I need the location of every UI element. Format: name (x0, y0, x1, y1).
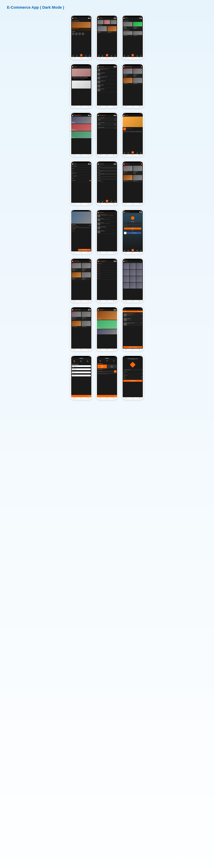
product-image[interactable] (71, 212, 91, 224)
bell-icon[interactable] (140, 212, 141, 213)
nav-user-icon[interactable] (137, 153, 138, 154)
nav-fav-icon[interactable] (102, 55, 103, 56)
product-card[interactable]: Sport Ware Fashion (82, 321, 91, 328)
notification-item[interactable]: Elephant TeeLorem ipsum dolor sit amet c… (97, 218, 117, 222)
nav-fav-icon[interactable] (76, 55, 77, 56)
product-card[interactable]: Casual Work DressTrouser0.0 ( 0 Reviews … (82, 312, 91, 320)
gallery-item[interactable] (136, 276, 142, 282)
last-name-input[interactable]: Enter Last Name (72, 368, 91, 370)
product-card[interactable]: Tassel tie paisley print... (72, 321, 81, 328)
setting-logout[interactable]: Logout (71, 170, 91, 172)
bag-icon[interactable] (115, 163, 116, 164)
back-icon[interactable] (98, 66, 99, 67)
category-card[interactable]: Casual Fashion (133, 31, 143, 36)
category-item[interactable] (75, 32, 78, 35)
phone-input[interactable]: Enter Phone (72, 375, 91, 376)
setting-profile[interactable]: Edit Profile (71, 167, 91, 170)
category-item[interactable] (72, 32, 74, 35)
add-to-basket-button[interactable]: ADD TO BASKET (78, 249, 91, 251)
language-option[interactable]: de_de (97, 272, 117, 275)
history-item[interactable]: Tassel tie paisley print dress6 days ago (97, 76, 117, 80)
nav-fav-icon[interactable] (128, 250, 129, 251)
bag-icon[interactable] (115, 115, 116, 116)
history-item[interactable]: Sport Ware Fashion5 days ago (97, 80, 117, 84)
cart-icon[interactable]: 🛒 (136, 75, 137, 76)
bell-icon[interactable] (88, 18, 89, 19)
notification-item[interactable]: Men FashionLorem ipsum dolor sit amet co… (97, 222, 117, 226)
cart-item[interactable]: Backpack bear long Tee$96 x 1🗑 (123, 322, 142, 326)
cart-icon[interactable]: 🛒 (126, 75, 127, 76)
transaction-card[interactable]: ⊙ Transaction No : 201957>Status -Pendin… (97, 122, 117, 126)
language-option[interactable]: fr_fr (97, 270, 117, 272)
star-icon[interactable]: ★ (97, 181, 98, 182)
bag-icon[interactable] (90, 115, 91, 116)
gallery-item[interactable] (123, 276, 129, 282)
cart-item[interactable]: Elephant Tee$96 x 1Size - Small🗑 (123, 317, 142, 321)
print-icon[interactable]: 🖶 (141, 370, 142, 370)
shipping-standard[interactable]: $ 9Standard5-8 Days (107, 365, 117, 368)
cart-icon[interactable] (141, 163, 142, 164)
facebook-button[interactable]: Log in with Facebook (127, 232, 142, 234)
history-item[interactable]: Casual Work Dress6 days ago (97, 72, 117, 76)
category-tile[interactable]: 233 productsPreppy Fashion (71, 117, 91, 124)
lowest-price-input[interactable] (97, 176, 117, 177)
nav-user-icon[interactable] (85, 55, 86, 56)
bag-icon[interactable] (141, 212, 142, 213)
menu-icon[interactable] (123, 18, 124, 19)
transaction-card[interactable]: ⊙ Transaction No : 201957>Status -Pendin… (97, 117, 117, 121)
star-icon[interactable]: ★ (101, 181, 102, 182)
language-option[interactable]: english_en (97, 262, 117, 265)
nav-cart-icon[interactable] (140, 55, 142, 56)
checkout-button[interactable]: PROCEED TO CHECKOUT (123, 346, 142, 348)
back-icon[interactable] (72, 66, 73, 67)
gallery-item[interactable] (136, 263, 142, 269)
bell-icon[interactable] (88, 309, 89, 310)
nav-home-icon[interactable] (124, 153, 125, 154)
email-input[interactable]: ✉Email (124, 222, 142, 224)
nav-fav-icon[interactable] (128, 153, 129, 154)
back-icon[interactable] (98, 212, 99, 213)
nav-cart-icon[interactable] (115, 201, 116, 202)
toggle-switch[interactable] (89, 180, 91, 181)
collection-tile[interactable]: Women Fashion (97, 311, 117, 320)
product-card[interactable] (97, 20, 103, 24)
menu-icon[interactable] (72, 18, 73, 19)
bell-icon[interactable] (114, 309, 115, 310)
password-input[interactable]: 🔒Password (124, 225, 142, 226)
coupon-input[interactable]: Enter Coupon Code (97, 371, 114, 372)
product-card[interactable]: Tassel tie paisley...★★★★★ (108, 26, 117, 33)
product-card[interactable]: Tassel tie paisley...$240 (123, 175, 132, 182)
product-card[interactable] (104, 20, 110, 24)
nav-home-icon[interactable] (72, 55, 74, 56)
nav-cart-icon[interactable] (140, 250, 142, 251)
product-card[interactable]: Tassel tie paisley... (123, 78, 132, 84)
close-icon[interactable]: ✕ (98, 358, 98, 359)
bell-icon[interactable] (114, 115, 115, 116)
nav-home-icon[interactable] (98, 201, 99, 202)
bell-icon[interactable] (114, 163, 115, 164)
chevron-down-icon[interactable]: ⌄ (90, 231, 91, 231)
name-input[interactable]: Name (97, 167, 117, 168)
nav-fab[interactable] (106, 200, 108, 202)
back-icon[interactable] (72, 309, 73, 310)
shipping-premium[interactable]: $ 10Premuin1 Day (97, 365, 107, 368)
back-icon[interactable] (123, 163, 124, 164)
star-icon[interactable]: ★ (99, 181, 99, 182)
bell-icon[interactable] (88, 115, 89, 116)
back-icon[interactable] (98, 115, 99, 116)
star-icon[interactable]: ★ (102, 181, 103, 182)
product-card[interactable]: Sport Ware Fashion$400 (133, 175, 143, 182)
product-card[interactable]: Sport Ware FashionTrouser$200 $400 🛒 (82, 272, 91, 280)
close-icon[interactable]: ✕ (72, 358, 72, 359)
bag-icon[interactable] (115, 18, 116, 19)
cart-icon[interactable] (141, 66, 142, 67)
product-card[interactable]: Casual Work DressTrouser$200 $500★★★★★ (133, 166, 143, 175)
nav-home-icon[interactable] (124, 250, 125, 251)
cart-icon[interactable]: 🛒 (85, 270, 85, 271)
share-icon[interactable]: ⤴ (72, 249, 72, 250)
language-option[interactable]: ko_ko (97, 267, 117, 270)
heart-icon[interactable]: ♡ (73, 249, 73, 250)
nav-fab[interactable] (106, 54, 108, 56)
history-item[interactable]: Lady Sleeveless A-Line Lace Dre...6 days… (97, 68, 117, 72)
notification-item[interactable]: Sports ware fashionLorem ipsum dolor sit… (97, 226, 117, 230)
